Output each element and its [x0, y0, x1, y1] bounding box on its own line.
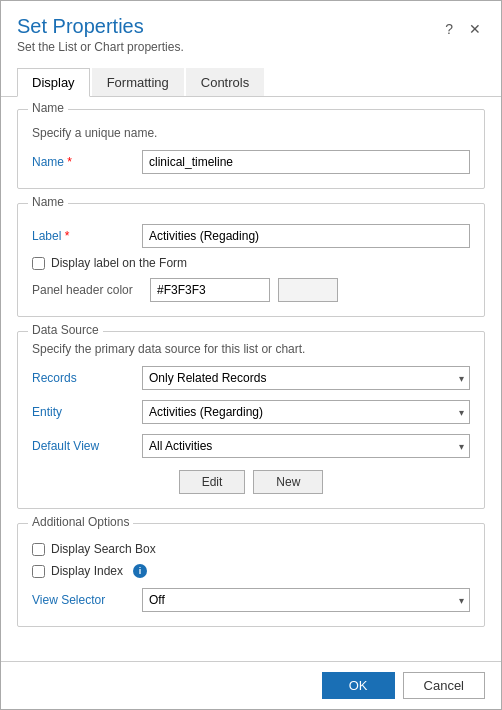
display-label-checkbox[interactable] — [32, 257, 45, 270]
dialog-subtitle: Set the List or Chart properties. — [17, 40, 184, 54]
entity-select-wrap: Activities (Regarding) ▾ — [142, 400, 470, 424]
default-view-label: Default View — [32, 439, 142, 453]
display-index-label: Display Index — [51, 564, 123, 578]
ok-button[interactable]: OK — [322, 672, 395, 699]
display-label-row: Display label on the Form — [32, 256, 470, 270]
content-area: Name Specify a unique name. Name Name La… — [1, 97, 501, 661]
default-view-select-wrap: All Activities ▾ — [142, 434, 470, 458]
view-selector-row: View Selector Off Show All Views Show Se… — [32, 588, 470, 612]
title-bar-left: Set Properties Set the List or Chart pro… — [17, 15, 184, 54]
label-fieldset: Name Label Display label on the Form Pan… — [17, 203, 485, 317]
additional-options-legend: Additional Options — [28, 515, 133, 529]
close-button[interactable]: ✕ — [465, 19, 485, 39]
data-source-button-row: Edit New — [32, 470, 470, 494]
additional-options-fieldset: Additional Options Display Search Box Di… — [17, 523, 485, 627]
label-input[interactable] — [142, 224, 470, 248]
tab-formatting[interactable]: Formatting — [92, 68, 184, 96]
edit-button[interactable]: Edit — [179, 470, 246, 494]
display-label-text: Display label on the Form — [51, 256, 187, 270]
name-label: Name — [32, 155, 142, 169]
color-swatch — [278, 278, 338, 302]
records-select[interactable]: Only Related Records All Record Types — [142, 366, 470, 390]
color-input[interactable] — [150, 278, 270, 302]
title-bar: Set Properties Set the List or Chart pro… — [1, 1, 501, 60]
info-icon[interactable]: i — [133, 564, 147, 578]
label-legend: Name — [28, 195, 68, 209]
records-row: Records Only Related Records All Record … — [32, 366, 470, 390]
display-index-row: Display Index i — [32, 564, 470, 578]
data-source-legend: Data Source — [28, 323, 103, 337]
name-row: Name — [32, 150, 470, 174]
default-view-row: Default View All Activities ▾ — [32, 434, 470, 458]
name-legend: Name — [28, 101, 68, 115]
view-selector-wrap: Off Show All Views Show Selected Views ▾ — [142, 588, 470, 612]
title-bar-right: ? ✕ — [441, 15, 485, 39]
records-select-wrap: Only Related Records All Record Types ▾ — [142, 366, 470, 390]
tabs-bar: Display Formatting Controls — [1, 68, 501, 97]
records-label: Records — [32, 371, 142, 385]
name-input[interactable] — [142, 150, 470, 174]
default-view-select[interactable]: All Activities — [142, 434, 470, 458]
display-search-label: Display Search Box — [51, 542, 156, 556]
color-row: Panel header color — [32, 278, 470, 302]
dialog-title: Set Properties — [17, 15, 184, 38]
color-label: Panel header color — [32, 283, 142, 297]
tab-controls[interactable]: Controls — [186, 68, 264, 96]
new-button[interactable]: New — [253, 470, 323, 494]
data-source-fieldset: Data Source Specify the primary data sou… — [17, 331, 485, 509]
help-button[interactable]: ? — [441, 19, 457, 39]
tab-display[interactable]: Display — [17, 68, 90, 97]
label-label: Label — [32, 229, 142, 243]
cancel-button[interactable]: Cancel — [403, 672, 485, 699]
entity-row: Entity Activities (Regarding) ▾ — [32, 400, 470, 424]
entity-select[interactable]: Activities (Regarding) — [142, 400, 470, 424]
label-row: Label — [32, 224, 470, 248]
dialog-footer: OK Cancel — [1, 661, 501, 709]
name-helper: Specify a unique name. — [32, 126, 470, 140]
name-fieldset: Name Specify a unique name. Name — [17, 109, 485, 189]
display-index-checkbox[interactable] — [32, 565, 45, 578]
display-search-checkbox[interactable] — [32, 543, 45, 556]
data-source-desc: Specify the primary data source for this… — [32, 342, 470, 356]
view-selector-label: View Selector — [32, 593, 142, 607]
entity-label: Entity — [32, 405, 142, 419]
view-selector-select[interactable]: Off Show All Views Show Selected Views — [142, 588, 470, 612]
display-search-row: Display Search Box — [32, 542, 470, 556]
